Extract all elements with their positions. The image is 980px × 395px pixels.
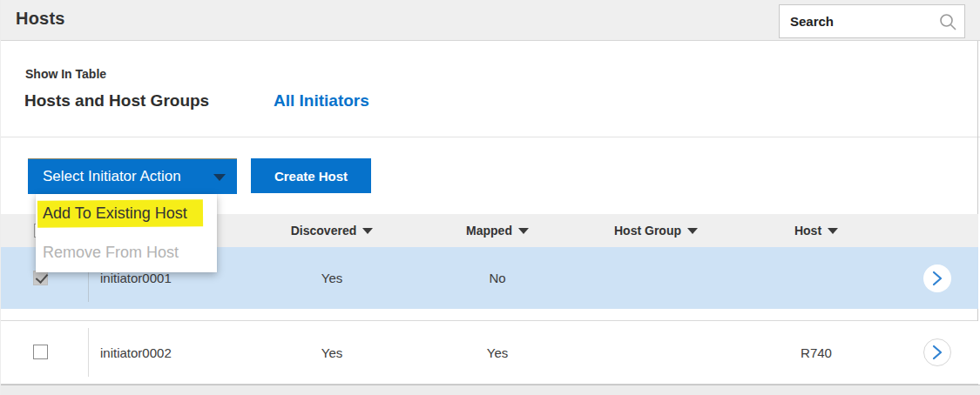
menu-item-add-to-existing-host[interactable]: Add To Existing Host <box>36 194 217 233</box>
host-group-cell <box>595 321 717 384</box>
select-initiator-action-label: Select Initiator Action <box>43 168 181 184</box>
chevron-right-icon <box>931 271 943 286</box>
mapped-cell: Yes <box>436 321 558 384</box>
top-bar: Hosts Search <box>1 0 980 41</box>
host-group-cell <box>595 247 717 309</box>
initiator-action-menu: Add To Existing Host Remove From Host <box>36 194 217 272</box>
mapped-cell: No <box>436 247 558 309</box>
discovered-cell: Yes <box>271 247 393 309</box>
table-row-initiator0002[interactable]: initiator0002 Yes Yes R740 <box>1 321 978 384</box>
host-cell: R740 <box>755 321 877 384</box>
sort-caret-icon <box>518 228 529 234</box>
hosts-page: Hosts Search Show In Table Hosts and Hos… <box>0 0 980 395</box>
column-header-discovered[interactable]: Discovered <box>271 214 393 247</box>
initiator-name-cell: initiator0002 <box>100 321 274 384</box>
menu-item-label: Add To Existing Host <box>43 204 187 223</box>
column-header-host-group[interactable]: Host Group <box>595 214 717 247</box>
host-cell <box>755 247 877 309</box>
column-header-host[interactable]: Host <box>755 214 877 247</box>
chevron-down-icon <box>213 174 226 181</box>
sort-caret-icon <box>362 228 373 234</box>
search-icon[interactable] <box>938 12 957 31</box>
panel-bottom-edge <box>1 385 980 395</box>
page-title: Hosts <box>16 9 65 29</box>
row-details-chevron-button[interactable] <box>923 338 951 366</box>
tab-all-initiators[interactable]: All Initiators <box>274 91 369 110</box>
search-label: Search <box>790 14 834 29</box>
row-details-chevron-button[interactable] <box>923 264 951 292</box>
show-in-table-label: Show In Table <box>25 67 106 81</box>
create-host-button[interactable]: Create Host <box>251 158 371 193</box>
search-input[interactable]: Search <box>779 4 965 38</box>
select-initiator-action-button[interactable]: Select Initiator Action <box>28 158 237 194</box>
discovered-cell: Yes <box>271 321 393 384</box>
section-divider <box>1 137 980 137</box>
column-header-mapped[interactable]: Mapped <box>436 214 558 247</box>
cell-divider <box>88 328 89 377</box>
sort-caret-icon <box>687 228 698 234</box>
row-checkbox-unchecked[interactable] <box>33 345 48 359</box>
tab-hosts-and-host-groups[interactable]: Hosts and Host Groups <box>24 91 209 110</box>
row-checkbox-checked[interactable] <box>33 271 48 285</box>
menu-item-label: Remove From Host <box>43 244 179 262</box>
chevron-right-icon <box>931 345 943 360</box>
sort-caret-icon <box>828 228 838 234</box>
menu-item-remove-from-host[interactable]: Remove From Host <box>36 233 217 272</box>
